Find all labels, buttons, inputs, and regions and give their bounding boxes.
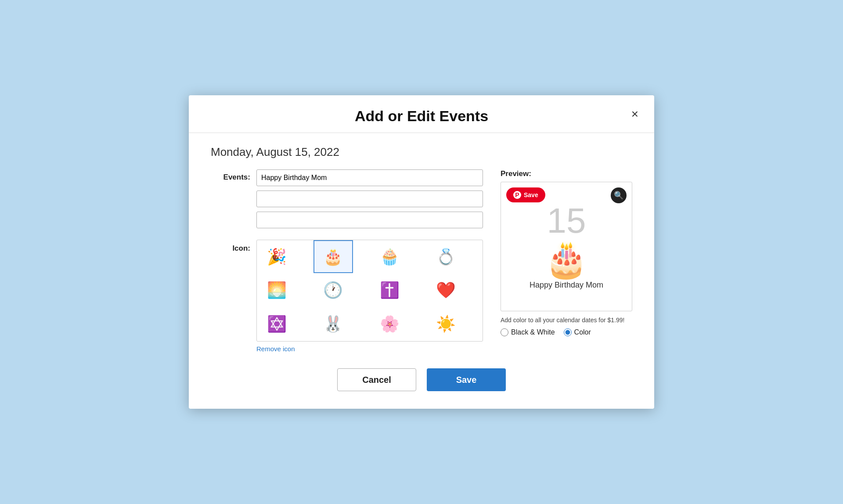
modal-header: Add or Edit Events × bbox=[189, 95, 654, 133]
remove-icon-link[interactable]: Remove icon bbox=[256, 345, 483, 353]
event-input-3[interactable] bbox=[256, 212, 483, 228]
pinterest-save-button[interactable]: P Save bbox=[506, 187, 545, 202]
modal-title: Add or Edit Events bbox=[355, 108, 488, 125]
icon-cell-cross[interactable]: ✝️ bbox=[370, 274, 409, 307]
radio-bw-option[interactable]: Black & White bbox=[501, 328, 555, 336]
icon-grid: 🎉🎂🧁💍🌅🕐✝️❤️✡️🐰🌸☀️ bbox=[257, 240, 483, 341]
date-label: Monday, August 15, 2022 bbox=[211, 145, 632, 159]
icon-cell-sunrise[interactable]: 🌅 bbox=[257, 274, 296, 307]
icon-cell-birthday-hat[interactable]: 🎉 bbox=[257, 240, 296, 273]
preview-label: Preview: bbox=[501, 169, 632, 178]
icon-cell-star-of-david[interactable]: ✡️ bbox=[257, 307, 296, 340]
modal-body: Monday, August 15, 2022 Events: Icon: bbox=[189, 133, 654, 353]
icon-cell-heart[interactable]: ❤️ bbox=[426, 274, 466, 307]
preview-date-number: 15 bbox=[547, 203, 586, 238]
preview-event-name: Happy Birthday Mom bbox=[530, 281, 603, 290]
preview-cake-icon: 🎂 bbox=[544, 240, 588, 279]
search-icon: 🔍 bbox=[614, 191, 623, 200]
radio-bw-input[interactable] bbox=[501, 328, 508, 336]
event-input-2[interactable] bbox=[256, 191, 483, 207]
icon-cell-sun[interactable]: ☀️ bbox=[426, 307, 466, 340]
radio-bw-label: Black & White bbox=[511, 328, 555, 336]
pinterest-save-label: Save bbox=[524, 191, 538, 198]
save-button[interactable]: Save bbox=[427, 368, 506, 391]
events-label: Events: bbox=[211, 169, 250, 182]
left-section: Events: Icon: 🎉🎂🧁💍🌅🕐✝️❤️✡️🐰🌸☀️ bbox=[211, 169, 483, 353]
color-option-text: Add color to all your calendar dates for… bbox=[501, 316, 632, 325]
preview-box: P Save 🔍 15 🎂 Happy Birthday Mom bbox=[501, 182, 632, 311]
icon-cell-clock[interactable]: 🕐 bbox=[313, 274, 353, 307]
icon-cell-birthday-cake[interactable]: 🎂 bbox=[313, 240, 353, 273]
event-input-1[interactable] bbox=[256, 169, 483, 186]
pinterest-logo-icon: P bbox=[513, 191, 521, 199]
preview-search-button[interactable]: 🔍 bbox=[611, 187, 627, 203]
close-button[interactable]: × bbox=[631, 108, 638, 120]
radio-color-input[interactable] bbox=[564, 328, 572, 336]
radio-color-option[interactable]: Color bbox=[564, 328, 591, 336]
modal-footer: Cancel Save bbox=[189, 368, 654, 391]
events-fields bbox=[256, 169, 483, 233]
icon-label: Icon: bbox=[211, 240, 250, 253]
events-form-row: Events: bbox=[211, 169, 483, 233]
right-section: Preview: P Save 🔍 15 🎂 Happy Birthday Mo… bbox=[501, 169, 632, 353]
icon-cell-cupcake[interactable]: 🧁 bbox=[370, 240, 409, 273]
modal-dialog: Add or Edit Events × Monday, August 15, … bbox=[189, 95, 654, 409]
cancel-button[interactable]: Cancel bbox=[337, 368, 416, 391]
icon-cell-flower[interactable]: 🌸 bbox=[370, 307, 409, 340]
icon-cell-bunny[interactable]: 🐰 bbox=[313, 307, 353, 340]
radio-row: Black & White Color bbox=[501, 328, 632, 336]
content-row: Events: Icon: 🎉🎂🧁💍🌅🕐✝️❤️✡️🐰🌸☀️ bbox=[211, 169, 632, 353]
icon-grid-wrapper: 🎉🎂🧁💍🌅🕐✝️❤️✡️🐰🌸☀️ bbox=[256, 240, 483, 342]
radio-color-label: Color bbox=[574, 328, 591, 336]
icon-row: Icon: 🎉🎂🧁💍🌅🕐✝️❤️✡️🐰🌸☀️ bbox=[211, 240, 483, 342]
icon-cell-wedding-rings[interactable]: 💍 bbox=[426, 240, 466, 273]
